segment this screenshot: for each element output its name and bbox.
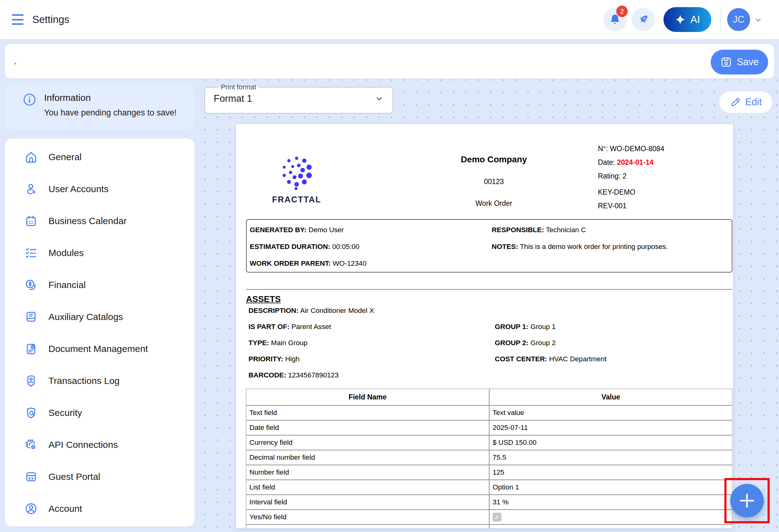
table-row: List fieldOption 1 <box>246 480 732 495</box>
asset-barcode-field: BARCODE: 1234567890123 <box>248 371 339 379</box>
user-avatar[interactable]: JC <box>727 8 750 31</box>
sidebar-item-document-management[interactable]: Document Management <box>5 333 194 365</box>
table-row: Text fieldText value <box>246 405 732 420</box>
settings-screen: Settings 2 AI JC Save <box>0 0 779 532</box>
user-plus-icon <box>24 182 38 196</box>
toolbar-stray-dot <box>14 63 16 65</box>
chevron-down-icon <box>375 94 384 104</box>
whats-new-button[interactable] <box>632 8 655 31</box>
ai-button-label: AI <box>690 14 700 25</box>
table-row: Multiline <box>246 525 732 528</box>
sidebar-item-transactions-log[interactable]: Transactions Log <box>5 365 194 397</box>
estimated-duration-field: ESTIMATED DURATION: 00:05:00 <box>250 243 359 251</box>
sidebar-item-label: Document Management <box>49 344 148 354</box>
sidebar-item-general[interactable]: General <box>5 141 194 173</box>
edit-button-label: Edit <box>745 96 762 108</box>
app-bar <box>0 0 779 39</box>
order-number: N°: WO-DEMO-8084 <box>598 145 664 153</box>
asset-group1-field: GROUP 1: Group 1 <box>495 323 556 331</box>
sidebar-item-financial[interactable]: Financial <box>5 269 194 301</box>
sidebar-item-label: User Accounts <box>49 184 108 194</box>
company-name: Demo Company <box>370 154 618 164</box>
asset-group2-field: GROUP 2: Group 2 <box>495 339 556 347</box>
asset-priority-field: PRIORITY: High <box>248 355 300 363</box>
sidebar-item-business-calendar[interactable]: Business Calendar <box>5 205 194 237</box>
work-order-preview-page: FRACTTAL Demo Company 00123 Work Order N… <box>236 124 733 528</box>
table-row: Decimal number field75.5 <box>246 450 732 465</box>
coin-dollar-icon <box>24 278 38 292</box>
floppy-save-icon <box>720 56 732 68</box>
sidebar-item-label: Account <box>49 504 82 514</box>
asset-is-part-of-field: IS PART OF: Parent Asset <box>248 323 331 331</box>
sidebar-item-guest-portal[interactable]: Guest Portal <box>5 461 194 492</box>
sidebar-item-label: Auxiliary Catalogs <box>49 312 123 322</box>
pencil-icon <box>730 96 741 108</box>
print-format-select[interactable]: Print format Format 1 <box>204 83 393 114</box>
print-format-value: Format 1 <box>214 93 252 104</box>
information-card: Information You have pending changes to … <box>5 85 194 130</box>
edit-button[interactable]: Edit <box>719 91 772 113</box>
sidebar-item-label: Business Calendar <box>49 216 127 226</box>
responsible-field: RESPONSIBLE: Technician C <box>492 226 586 234</box>
document-logo: FRACTTAL <box>269 154 324 205</box>
sidebar-item-label: API Connections <box>49 440 118 450</box>
sidebar-item-label: Security <box>49 407 82 418</box>
generated-by-field: GENERATED BY: Demo User <box>250 226 344 234</box>
order-revision: REV-001 <box>598 202 626 210</box>
info-card-message: You have pending changes to save! <box>44 108 177 118</box>
sidebar-item-label: General <box>49 152 82 162</box>
sparkle-icon <box>675 14 686 25</box>
browser-code-icon <box>24 470 38 483</box>
book-icon <box>24 310 38 324</box>
sidebar-item-label: Guest Portal <box>49 471 100 482</box>
sidebar-item-label: Transactions Log <box>49 376 120 386</box>
asset-type-field: TYPE: Main Group <box>248 339 307 347</box>
sidebar-item-security[interactable]: Security <box>5 397 194 428</box>
settings-sidebar: General User Accounts Business Calendar … <box>5 138 194 526</box>
ai-assistant-button[interactable]: AI <box>663 7 711 32</box>
summary-box: GENERATED BY: Demo User ESTIMATED DURATI… <box>246 219 732 272</box>
brand-wordmark: FRACTTAL <box>269 195 324 205</box>
column-header: Field Name <box>246 389 489 405</box>
sidebar-item-modules[interactable]: Modules <box>5 237 194 269</box>
sidebar-item-label: Financial <box>49 280 86 290</box>
custom-fields-table: Field Name Value Text fieldText value Da… <box>246 389 732 528</box>
document-type: Work Order <box>370 199 618 208</box>
sidebar-item-account[interactable]: Account <box>5 492 194 525</box>
info-card-title: Information <box>44 92 177 103</box>
info-icon <box>22 92 37 107</box>
fracttal-dots-logo-icon <box>279 154 314 191</box>
work-order-parent-field: WORK ORDER PARENT: WO-12340 <box>250 260 366 268</box>
column-header: Value <box>489 389 732 405</box>
menu-hamburger-icon[interactable] <box>12 14 23 25</box>
checkbox-checked-icon: ✓ <box>493 513 501 521</box>
table-row: Date field2025-07-11 <box>246 420 732 435</box>
page-title: Settings <box>32 0 69 39</box>
sidebar-item-auxiliary-catalogs[interactable]: Auxiliary Catalogs <box>5 301 194 333</box>
table-row: Currency field$ USD 150.00 <box>246 435 732 450</box>
user-menu-chevron-icon[interactable] <box>753 15 764 24</box>
annotation-highlight-rectangle <box>724 478 770 523</box>
table-row: Number field125 <box>246 465 732 480</box>
print-format-label: Print format <box>218 83 259 91</box>
checklist-icon <box>24 246 38 260</box>
chip-gear-icon <box>24 438 38 452</box>
table-header-row: Field Name Value <box>246 389 732 405</box>
table-row: Yes/No field ✓ <box>246 510 732 525</box>
order-date-value: 2024-01-14 <box>617 158 654 167</box>
order-date: Date: 2024-01-14 <box>598 158 654 167</box>
person-circle-icon <box>24 502 38 516</box>
order-key: KEY-DEMO <box>598 188 636 196</box>
rocket-icon <box>637 13 650 26</box>
assets-section-title: ASSETS <box>246 294 281 304</box>
shield-icon <box>24 406 38 420</box>
notes-field: NOTES: This is a demo work order for pri… <box>492 243 668 251</box>
save-button-label: Save <box>737 57 759 68</box>
save-button[interactable]: Save <box>711 50 768 74</box>
section-divider <box>246 289 732 290</box>
sidebar-item-api-connections[interactable]: API Connections <box>5 428 194 461</box>
home-icon <box>24 150 38 164</box>
table-row: Interval field31 % <box>246 495 732 510</box>
sidebar-item-label: Modules <box>49 248 83 258</box>
sidebar-item-user-accounts[interactable]: User Accounts <box>5 173 194 205</box>
